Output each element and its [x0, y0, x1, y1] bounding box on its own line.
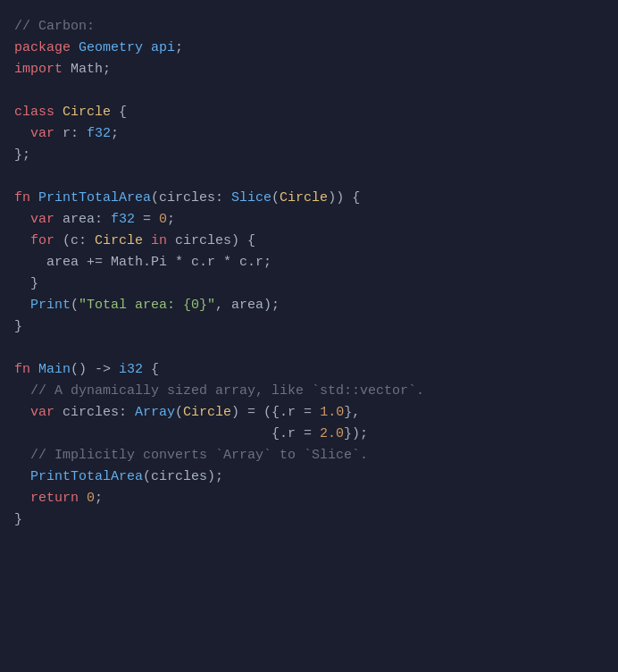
code-line-11: for (c: Circle in circles) { — [14, 231, 604, 252]
code-line-8 — [14, 166, 604, 188]
code-line-22: PrintTotalArea(circles); — [14, 466, 604, 488]
code-line-13: } — [14, 273, 604, 295]
code-line-17: fn Main() -> i32 { — [14, 359, 604, 381]
code-line-19: var circles: Array(Circle) = ({.r = 1.0}… — [14, 402, 604, 424]
code-line-23: return 0; — [14, 488, 604, 509]
code-line-5: class Circle { — [14, 102, 604, 123]
code-line-12: area += Math.Pi * c.r * c.r; — [14, 252, 604, 273]
code-line-16 — [14, 338, 604, 359]
code-line-4 — [14, 80, 604, 102]
code-line-9: fn PrintTotalArea(circles: Slice(Circle)… — [14, 188, 604, 209]
code-line-10: var area: f32 = 0; — [14, 209, 604, 231]
code-line-24: } — [14, 509, 604, 531]
code-line-14: Print("Total area: {0}", area); — [14, 295, 604, 316]
code-line-21: // Implicitly converts `Array` to `Slice… — [14, 445, 604, 466]
code-line-20: {.r = 2.0}); — [14, 424, 604, 445]
code-line-7: }; — [14, 145, 604, 166]
code-line-6: var r: f32; — [14, 123, 604, 145]
code-line-1: // Carbon: — [14, 16, 604, 38]
code-line-2: package Geometry api; — [14, 38, 604, 59]
code-line-18: // A dynamically sized array, like `std:… — [14, 381, 604, 402]
code-block: // Carbon: package Geometry api; import … — [0, 0, 618, 672]
code-line-3: import Math; — [14, 59, 604, 80]
code-line-15: } — [14, 316, 604, 338]
